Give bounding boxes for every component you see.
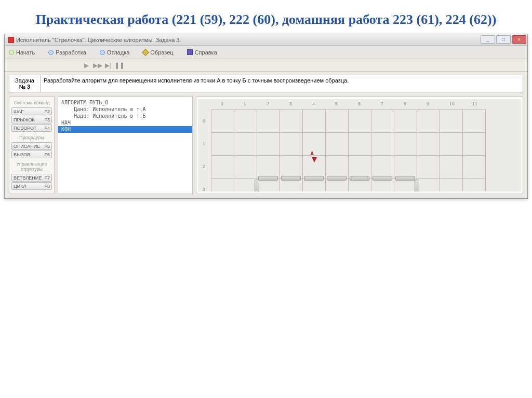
- sec-proc: Процедуры: [11, 135, 52, 140]
- col-label: 0: [221, 101, 223, 106]
- dev-icon: [48, 50, 54, 55]
- task-text: Разработайте алгоритм для перемещения ис…: [41, 75, 523, 92]
- cmd-turn[interactable]: ПОВОРОТF4: [11, 124, 52, 132]
- task-bar: Задача № 3 Разработайте алгоритм для пер…: [9, 75, 523, 92]
- algo-line: Дано: Исполнитель в т.А: [58, 106, 192, 113]
- maximize-button[interactable]: □: [496, 35, 511, 44]
- window-title: Исполнитель "Стрелочка". Циклические алг…: [16, 37, 181, 43]
- menu-sample[interactable]: Образец: [143, 49, 173, 56]
- close-button[interactable]: ×: [512, 35, 526, 44]
- row-label: 3: [203, 187, 205, 191]
- col-label: 6: [358, 101, 361, 106]
- cmd-describe[interactable]: ОПИСАНИЕF5: [11, 142, 52, 150]
- wall-segment: [281, 176, 301, 181]
- cmd-loop[interactable]: ЦИКЛF8: [11, 182, 52, 190]
- col-label: 8: [404, 101, 406, 106]
- wall-segment: [415, 180, 419, 191]
- task-label: Задача № 3: [9, 75, 41, 92]
- col-label: 10: [449, 101, 455, 106]
- algo-line: Надо: Исполнитель в т.Б: [58, 113, 192, 119]
- executor-arrow-icon: [312, 157, 317, 162]
- wall-segment: [395, 176, 415, 181]
- pause-button[interactable]: ❚❚: [115, 62, 123, 69]
- playbar: ▶ ▶▶ ▶| ❚❚: [5, 59, 527, 72]
- row-label: 1: [203, 141, 205, 146]
- wall-segment: [304, 176, 324, 181]
- row-label: 0: [203, 118, 205, 123]
- menu-dev[interactable]: Разработка: [48, 49, 86, 56]
- menu-help[interactable]: Справка: [187, 49, 217, 56]
- app-icon: [8, 37, 14, 43]
- grid-panel[interactable]: А Б 0123456789101101234567891011: [196, 97, 523, 194]
- menubar: Начать Разработка Отладка Образец Справк…: [5, 46, 527, 59]
- col-label: 3: [289, 101, 292, 106]
- titlebar[interactable]: Исполнитель "Стрелочка". Циклические алг…: [5, 34, 527, 46]
- workarea: Система команд ШАГF2 ПРЫЖОКF3 ПОВОРОТF4 …: [5, 95, 527, 198]
- col-label: 7: [381, 101, 383, 106]
- wall-segment: [350, 176, 369, 181]
- cmd-jump[interactable]: ПРЫЖОКF3: [11, 116, 52, 123]
- debug-icon: [100, 50, 105, 55]
- algo-line-selected[interactable]: КОН: [58, 126, 192, 133]
- cmd-call[interactable]: ВЫЗОВF6: [11, 150, 52, 158]
- wall-segment: [258, 176, 278, 181]
- col-label: 2: [267, 101, 269, 106]
- col-label: 4: [312, 101, 315, 106]
- command-panel: Система команд ШАГF2 ПРЫЖОКF3 ПОВОРОТF4 …: [9, 97, 55, 194]
- skip-button[interactable]: ▶|: [104, 62, 112, 69]
- col-label: 9: [427, 101, 429, 106]
- grid-canvas: А Б 0123456789101101234567891011: [198, 99, 521, 191]
- menu-start[interactable]: Начать: [9, 49, 35, 56]
- fast-forward-button[interactable]: ▶▶: [94, 62, 101, 69]
- slide-title: Практическая работа (221 (59), 222 (60),…: [0, 0, 532, 34]
- algo-line: АЛГОРИТМ ПУТЬ_0: [58, 99, 192, 106]
- wall-segment: [255, 180, 259, 191]
- start-icon: [9, 50, 14, 55]
- algorithm-editor[interactable]: АЛГОРИТМ ПУТЬ_0 Дано: Исполнитель в т.А …: [58, 97, 193, 194]
- col-label: 11: [472, 101, 477, 106]
- sample-icon: [142, 49, 149, 56]
- point-a-label: А: [310, 151, 314, 157]
- sec-ctrl: Управляющие структуры: [11, 161, 52, 172]
- menu-debug[interactable]: Отладка: [100, 49, 129, 56]
- wall-segment: [373, 176, 392, 181]
- row-label: 2: [203, 164, 205, 169]
- cmd-branch[interactable]: ВЕТВЛЕНИЕF7: [11, 174, 52, 182]
- minimize-button[interactable]: _: [481, 35, 495, 44]
- col-label: 1: [244, 101, 246, 106]
- col-label: 5: [335, 101, 338, 106]
- sec-system: Система команд: [11, 100, 52, 105]
- play-button[interactable]: ▶: [83, 62, 90, 69]
- cmd-step[interactable]: ШАГF2: [11, 107, 52, 115]
- app-window: Исполнитель "Стрелочка". Циклические алг…: [4, 34, 528, 199]
- algo-line: НАЧ: [58, 119, 192, 126]
- help-icon: [187, 49, 193, 55]
- wall-segment: [327, 176, 347, 181]
